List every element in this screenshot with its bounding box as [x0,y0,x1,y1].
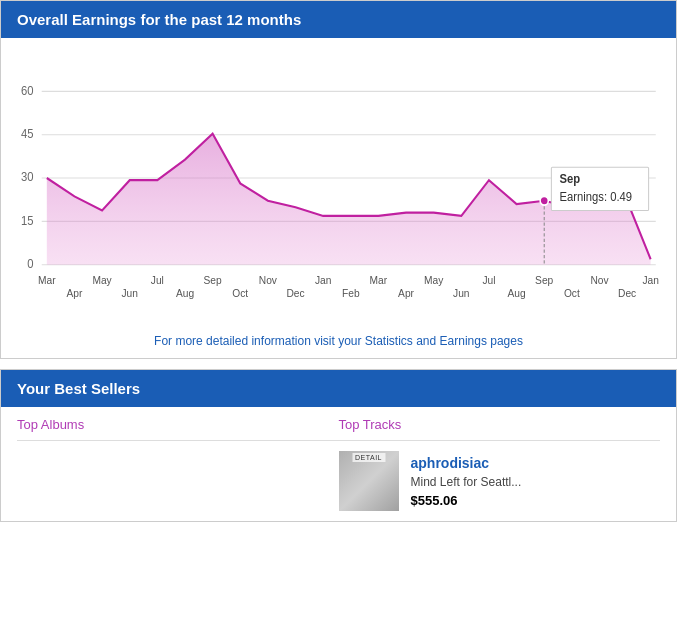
svg-text:45: 45 [21,128,34,140]
svg-text:Jan: Jan [642,274,659,286]
track-item: DETAIL aphrodisiac Mind Left for Seattl.… [339,451,661,511]
svg-text:Dec: Dec [286,287,304,299]
svg-text:0: 0 [27,258,33,270]
track-name[interactable]: aphrodisiac [411,455,522,471]
svg-text:Apr: Apr [67,287,83,299]
track-thumbnail: DETAIL [339,451,399,511]
best-sellers-columns: Top Albums Top Tracks DETAIL aphrodisiac… [17,417,660,511]
svg-text:Oct: Oct [232,287,248,299]
track-thumb-label: DETAIL [352,453,385,462]
chart-title: Overall Earnings for the past 12 months [1,1,676,38]
svg-text:Aug: Aug [176,287,194,299]
svg-text:Sep: Sep [560,173,581,185]
svg-text:Jun: Jun [453,287,470,299]
svg-text:Mar: Mar [38,274,56,286]
svg-text:Jan: Jan [315,274,332,286]
svg-text:Sep: Sep [204,274,222,286]
svg-text:Feb: Feb [342,287,360,299]
chart-container: 0 15 30 45 60 [1,38,676,358]
svg-text:30: 30 [21,171,34,183]
top-albums-label: Top Albums [17,417,339,441]
chart-note: For more detailed information visit your… [11,328,666,358]
svg-text:Dec: Dec [618,287,636,299]
svg-text:Jun: Jun [121,287,138,299]
svg-text:May: May [92,274,112,286]
svg-text:Apr: Apr [398,287,414,299]
track-info: aphrodisiac Mind Left for Seattl... $555… [411,455,522,508]
track-artist: Mind Left for Seattl... [411,475,522,489]
best-sellers-title: Your Best Sellers [1,370,676,407]
top-tracks-column: Top Tracks DETAIL aphrodisiac Mind Left … [339,417,661,511]
best-sellers-body: Top Albums Top Tracks DETAIL aphrodisiac… [1,407,676,521]
svg-text:Jul: Jul [482,274,495,286]
svg-text:Nov: Nov [259,274,278,286]
svg-text:Nov: Nov [590,274,609,286]
svg-text:Sep: Sep [535,274,553,286]
top-tracks-label: Top Tracks [339,417,661,441]
svg-text:60: 60 [21,84,34,96]
top-albums-column: Top Albums [17,417,339,511]
svg-text:Jul: Jul [151,274,164,286]
svg-text:15: 15 [21,214,34,226]
svg-text:Earnings: 0.49: Earnings: 0.49 [560,190,633,202]
svg-text:Mar: Mar [370,274,388,286]
chart-area: 0 15 30 45 60 [11,48,666,328]
chart-section: Overall Earnings for the past 12 months … [0,0,677,359]
best-sellers-section: Your Best Sellers Top Albums Top Tracks … [0,369,677,522]
svg-text:May: May [424,274,444,286]
svg-point-35 [540,196,548,205]
earnings-chart: 0 15 30 45 60 [11,48,666,308]
svg-text:Oct: Oct [564,287,580,299]
track-price: $555.06 [411,493,522,508]
svg-text:Aug: Aug [507,287,525,299]
